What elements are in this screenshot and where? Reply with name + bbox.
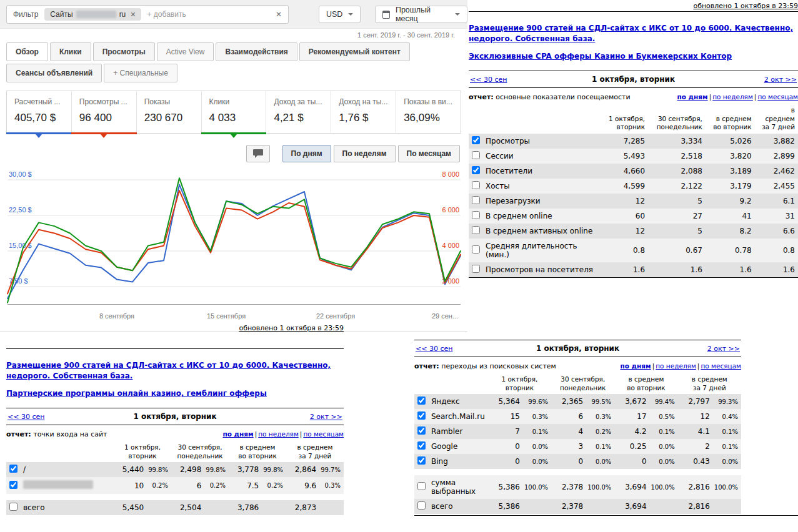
row-checkbox[interactable] [472,181,480,189]
table-row: Сессии5,4932,5183,8202,899 [469,149,798,164]
row-checkbox[interactable] [472,226,480,234]
cell-value: 2,816 [678,499,713,514]
row-checkbox[interactable] [472,245,480,254]
metric-card[interactable]: Показы230 670 [137,91,202,133]
cell-percent: 0.3% [319,477,344,494]
metric-card[interactable]: Доход на ты...1,76 $ [331,91,396,133]
tab[interactable]: Рекомендуемый контент [299,42,410,61]
view-by-days-link[interactable]: по дням [222,430,253,438]
date-nav: << 30 сен 1 октября, вторник 2 окт >> [6,408,344,425]
row-checkbox[interactable] [417,501,426,510]
cell-value: 4.1 [678,424,713,439]
next-day-link[interactable]: 2 окт >> [310,413,342,421]
cell-value: 10 [114,477,147,494]
view-mode-button[interactable]: По дням [282,145,331,162]
view-by-days-link[interactable]: по дням [620,362,651,370]
row-checkbox[interactable] [417,456,426,465]
cell-value: 4,660 [601,164,648,179]
view-by-months-link[interactable]: по месяцам [701,362,741,370]
calendar-icon [382,11,390,19]
ad-link[interactable]: Размещение 900 статей на СДЛ-сайтах с ИК… [6,361,331,380]
row-checkbox[interactable] [472,151,480,159]
currency-select[interactable]: USD [319,6,361,23]
filter-box[interactable]: Фильтр Сайты ru ✕ + добавить ✕ [6,5,289,24]
row-checkbox[interactable] [417,441,426,450]
prev-day-link[interactable]: << 30 сен [416,345,536,353]
add-filter-placeholder[interactable]: + добавить [147,10,269,19]
row-checkbox[interactable] [9,465,17,473]
row-checkbox[interactable] [417,411,426,420]
row-checkbox[interactable] [472,265,480,273]
cell-value: 2,378 [551,499,586,514]
column-header: в среднем во вторник [706,104,755,134]
cell-value: 15 [488,409,523,424]
cell-value: 0.8 [755,239,798,262]
view-mode-button[interactable]: По неделям [334,145,396,162]
ad-link[interactable]: Эксклюзивные CPA офферы Казино и Букмеке… [469,52,732,61]
metric-value: 405,70 $ [14,112,64,124]
cell-percent: 100.0% [650,475,678,499]
view-by-months-link[interactable]: по месяцам [303,430,344,438]
ad-link[interactable]: Размещение 900 статей на СДЛ-сайтах с ИК… [469,24,793,43]
row-checkbox[interactable] [472,166,480,174]
cell-value: 0.78 [706,239,755,262]
entry-points-report: обновлено 1 октября в 23:59 Размещение 9… [6,324,344,515]
view-by-weeks-link[interactable]: по неделям [258,430,299,438]
tab[interactable]: Сеансы объявлений [6,64,102,82]
tab[interactable]: Active View [157,42,214,61]
view-by-days-link[interactable]: по дням [677,93,707,101]
cell-percent: 0.4% [713,409,741,424]
next-day-link[interactable]: 2 окт >> [764,76,797,84]
tab[interactable]: Клики [50,42,91,61]
metric-card[interactable]: Расчетный ...405,70 $ [7,91,72,133]
prev-day-link[interactable]: << 30 сен [7,413,133,421]
chevron-down-icon [455,13,460,16]
table-row: Bing00.0%00.0%00.0%0.430.0% [414,454,741,469]
report-label: отчет: [6,430,31,438]
row-checkbox[interactable] [417,397,426,405]
metric-card[interactable]: Показы в ви...36,09% [396,91,461,133]
view-by-months-link[interactable]: по месяцам [757,93,798,101]
next-day-link[interactable]: 2 окт >> [707,345,740,353]
cell-value: 6 [551,409,586,424]
row-label: всего [20,500,114,515]
comment-button[interactable] [246,145,270,162]
metric-value: 4,21 $ [274,112,323,124]
view-by-weeks-link[interactable]: по неделям [712,93,753,101]
ad-link[interactable]: Партнерские программы онлайн казино, гем… [6,389,267,398]
updated-link[interactable]: обновлено 1 октября в 23:59 [239,324,344,332]
x-axis-label: 29 сен... [432,312,458,320]
metric-card[interactable]: Доход за ты...4,21 $ [266,91,331,133]
tab[interactable]: Взаимодействия [216,42,297,61]
tab[interactable]: Обзор [6,42,48,61]
cell-value: 41 [706,209,755,224]
updated-link[interactable]: обновлено 1 октября в 23:59 [693,2,798,10]
table-row: Google00.0%30.1%0.250.0%20.1% [414,439,741,454]
cell-percent: 99.3% [713,394,741,409]
row-checkbox[interactable] [472,136,480,144]
metric-card[interactable]: Клики4 033 [202,91,267,133]
row-label: Перезагрузки [482,194,601,209]
row-checkbox[interactable] [9,481,17,489]
tab[interactable]: Просмотры [93,42,155,61]
cell-value: 5,450 [114,500,147,515]
date-range-select[interactable]: Прошлый месяц [375,6,467,23]
row-checkbox[interactable] [9,503,17,511]
row-checkbox[interactable] [472,196,480,204]
row-checkbox[interactable] [417,482,426,490]
view-by-weeks-link[interactable]: по неделям [656,362,696,370]
filter-clear-icon[interactable]: ✕ [276,10,282,19]
row-checkbox[interactable] [417,426,426,435]
prev-day-link[interactable]: << 30 сен [470,76,592,84]
report-name: переходы из поисковых систем [441,362,556,370]
view-mode-button[interactable]: По месяцам [398,145,460,162]
cell-percent: 0.5% [650,409,678,424]
tab[interactable]: + Специальные [104,64,177,82]
cell-value: 5,493 [601,149,648,164]
metric-card[interactable]: Просмотры ...96 400 [72,91,137,133]
chip-remove-icon[interactable]: ✕ [129,11,137,19]
cell-percent [147,500,171,515]
site-filter-chip[interactable]: Сайты ru ✕ [44,8,141,21]
cell-percent: 0.3% [586,409,614,424]
row-checkbox[interactable] [472,211,480,219]
